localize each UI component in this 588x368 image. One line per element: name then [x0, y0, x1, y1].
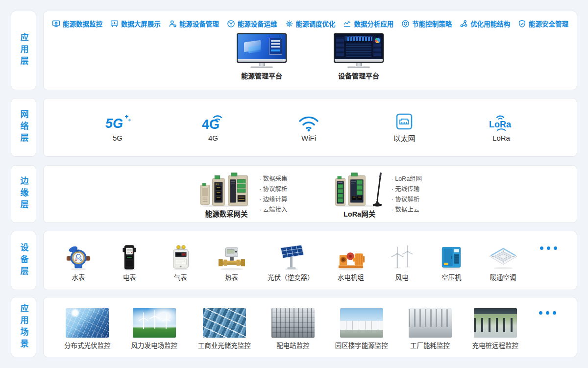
- heat-meter-image: [217, 244, 247, 271]
- app-item-label: 能源安全管理: [529, 19, 568, 28]
- scenario-layer-row: 应用场景 分布式光伏监控: [11, 297, 577, 357]
- scenario-label: 园区楼宇能源监控: [335, 340, 388, 350]
- network-item-ethernet: 以太网: [390, 112, 418, 143]
- platform-energy-management: 能源管理平台: [237, 33, 287, 80]
- network-item-wifi: WiFi: [294, 113, 323, 142]
- lora-gateway-image: [333, 172, 387, 207]
- device-hvac: 暖通空调: [487, 244, 519, 282]
- scenario-label: 工厂能耗监控: [410, 340, 450, 350]
- device-platform-screen: [335, 34, 383, 59]
- edge-layer-panel: 能源数采网关 数据采集 协议解析 边缘计算 云端接入: [43, 165, 577, 223]
- network-layer-row: 网络层 5G 5G 4G 4G WiFi 以太网: [11, 98, 577, 157]
- login-card-graphic: [269, 38, 282, 55]
- network-item-label: 4G: [208, 134, 218, 142]
- app-item-label: 优化用能结构: [470, 19, 510, 28]
- sidebar-application-layer: 应用层: [11, 11, 36, 90]
- platform-label: 设备管理平台: [338, 71, 379, 80]
- device-label: 热表: [225, 272, 238, 282]
- scenario-ellipsis: [539, 311, 556, 315]
- sidebar-network-layer: 网络层: [11, 98, 36, 157]
- factory-energy-image: [409, 308, 452, 338]
- network-item-4g: 4G 4G: [199, 113, 227, 142]
- big-screen-icon: [110, 20, 119, 28]
- device-wind-power: 风电: [388, 244, 416, 282]
- network-item-label: WiFi: [301, 134, 316, 142]
- device-label: 水表: [72, 272, 85, 282]
- sidebar-label: 设备层: [18, 243, 30, 278]
- device-label: 暖通空调: [490, 272, 516, 282]
- device-gas-meter: 气表: [166, 244, 196, 282]
- app-item-label: 数据分析应用: [354, 19, 393, 28]
- scenario-substation: 配电站监控: [271, 308, 315, 350]
- network-item-lora: LoRa LoRa: [486, 113, 517, 142]
- pie-chart-graphic: [375, 38, 380, 43]
- lora-gateway-group: LoRa网关 LoRa组网 无线传输 协议解析 数据上云: [333, 172, 422, 219]
- ethernet-icon: [390, 112, 418, 131]
- sidebar-label: 应用场景: [18, 304, 30, 351]
- device-water-meter: 水表: [63, 244, 94, 282]
- device-electric-meter: 电表: [114, 244, 145, 282]
- network-item-label: 5G: [113, 134, 122, 142]
- app-item-schedule-optimize: 能源调度优化: [285, 19, 336, 28]
- scenario-distributed-pv: 分布式光伏监控: [64, 308, 111, 350]
- scenario-campus-building: 园区楼宇能源监控: [335, 308, 388, 350]
- app-item-data-analysis: 数据分析应用: [343, 19, 393, 28]
- device-layer-panel: 水表 电表: [43, 231, 577, 290]
- gateway-label: LoRa网关: [343, 208, 375, 219]
- chart-line-icon: [343, 20, 351, 28]
- wind-turbine-image: [388, 244, 416, 271]
- wifi-icon: [294, 113, 323, 132]
- application-layer-panel: 能源数据监控 数据大屏展示 能源设备管理 能源设备运维 能源调度优化: [43, 11, 577, 90]
- svg-text:LoRa: LoRa: [489, 120, 512, 129]
- lora-gateway-features: LoRa组网 无线传输 协议解析 数据上云: [392, 172, 422, 215]
- 4g-icon: 4G: [199, 113, 227, 132]
- feature-item: 无线传输: [392, 184, 422, 195]
- network-item-label: LoRa: [492, 134, 510, 142]
- network-item-5g: 5G 5G: [103, 113, 132, 142]
- feature-item: 云端接入: [259, 205, 288, 215]
- device-label: 光伏（逆变器）: [268, 272, 314, 282]
- device-air-compressor: 空压机: [437, 244, 466, 282]
- structure-icon: [460, 20, 468, 28]
- charging-pile-image: [474, 308, 517, 338]
- water-meter-image: [63, 244, 94, 271]
- platforms: 能源管理平台: [44, 33, 577, 80]
- device-ellipsis: [540, 246, 557, 250]
- scenario-charging-pile: 充电桩远程监控: [472, 308, 519, 350]
- device-platform-monitor-image: [334, 33, 384, 68]
- electric-meter-image: [114, 244, 145, 271]
- app-item-energy-structure: 优化用能结构: [460, 19, 510, 28]
- sidebar-scenario-layer: 应用场景: [11, 297, 36, 357]
- scenario-factory-energy: 工厂能耗监控: [409, 308, 452, 350]
- device-layer-row: 设备层: [11, 231, 577, 290]
- device-heat-meter: 热表: [217, 244, 247, 282]
- scenario-label: 配电站监控: [276, 340, 310, 350]
- scenario-wind-farm: 风力发电场监控: [131, 308, 177, 350]
- scenario-label: 充电桩远程监控: [472, 340, 519, 350]
- wind-farm-image: [133, 308, 176, 338]
- sidebar-edge-layer: 边缘层: [11, 165, 36, 223]
- app-item-label: 能源设备管理: [179, 19, 219, 28]
- feature-item: 边缘计算: [259, 195, 288, 205]
- ci-pv-storage-image: [203, 308, 246, 338]
- network-item-label: 以太网: [393, 133, 415, 143]
- device-label: 水电机组: [338, 272, 364, 282]
- gear-icon: [285, 20, 294, 28]
- scenario-layer-panel: 分布式光伏监控 风力发电场监控: [43, 297, 577, 357]
- device-label: 电表: [123, 272, 136, 282]
- platform-device-management: 设备管理平台: [334, 33, 384, 80]
- app-item-label: 能源调度优化: [296, 19, 336, 28]
- pv-panel-image: [274, 244, 307, 271]
- feature-item: 协议解析: [392, 195, 422, 205]
- platform-label: 能源管理平台: [241, 71, 282, 80]
- app-item-device-ops: 能源设备运维: [227, 19, 277, 28]
- edge-layer-row: 边缘层: [11, 165, 577, 223]
- air-compressor-image: [437, 244, 466, 271]
- sidebar-label: 边缘层: [18, 176, 30, 212]
- scenario-label: 风力发电场监控: [131, 340, 177, 350]
- strategy-pin-icon: [401, 20, 410, 28]
- app-item-big-screen: 数据大屏展示: [110, 19, 161, 28]
- app-item-label: 数据大屏展示: [121, 19, 161, 28]
- monitor-data-icon: [52, 20, 60, 28]
- feature-item: LoRa组网: [392, 174, 422, 184]
